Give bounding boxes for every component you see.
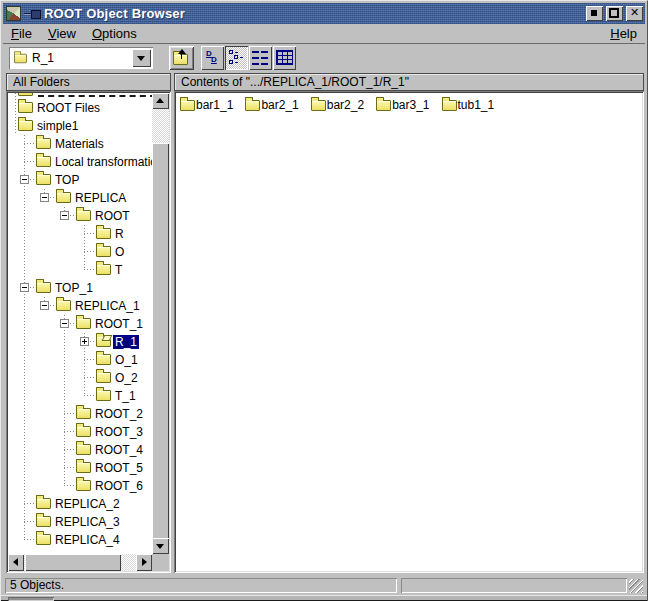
tree-item-root-6[interactable]: ROOT_6 <box>93 479 145 493</box>
tree-row[interactable]: REPLICA_1 <box>8 297 152 315</box>
tree-item-root-5[interactable]: ROOT_5 <box>93 461 145 475</box>
tree-item-local-transformations[interactable]: Local transformations <box>53 155 152 169</box>
tree-guide-line <box>24 153 25 171</box>
tree-expand-plus-icon[interactable] <box>80 337 89 346</box>
tree-row[interactable]: ROOT_6 <box>8 477 152 495</box>
tree-item-r-1[interactable]: R_1 <box>113 335 139 349</box>
tree-row[interactable]: TOP_1 <box>8 279 152 297</box>
tree-item-root-1[interactable]: ROOT_1 <box>93 317 145 331</box>
content-item-bar3_1[interactable]: bar3_1 <box>376 98 429 112</box>
menu-options[interactable]: Options <box>84 24 145 43</box>
details-button[interactable] <box>273 46 296 70</box>
tree-item-top-1[interactable]: TOP_1 <box>53 281 95 295</box>
tree-row[interactable]: T_1 <box>8 387 152 405</box>
tree-expand-minus-icon[interactable] <box>60 319 69 328</box>
content-item-tub1_1[interactable]: tub1_1 <box>442 98 495 112</box>
content-item-bar1_1[interactable]: bar1_1 <box>180 98 233 112</box>
tree-row[interactable]: REPLICA_2 <box>8 495 152 513</box>
tree-item-root-4[interactable]: ROOT_4 <box>93 443 145 457</box>
tree-item-replica[interactable]: REPLICA <box>73 191 128 205</box>
tree-item-root-files[interactable]: ROOT Files <box>35 101 102 115</box>
tree-row[interactable]: REPLICA_3 <box>8 513 152 531</box>
tree-row[interactable]: R <box>8 225 152 243</box>
tree-item-o-1[interactable]: O_1 <box>113 353 140 367</box>
tree-row[interactable]: TOP <box>8 171 152 189</box>
tree-expand-minus-icon[interactable] <box>40 193 49 202</box>
horizontal-scroll-thumb[interactable] <box>25 554 121 571</box>
content-item-bar2_2[interactable]: bar2_2 <box>311 98 364 112</box>
tree-item-replica-2[interactable]: REPLICA_2 <box>53 497 122 511</box>
tree-row[interactable]: ROOT Files <box>8 99 152 117</box>
folder-tree: ROOT Filessimple1MaterialsLocal transfor… <box>8 93 152 554</box>
scroll-left-button[interactable] <box>8 554 24 571</box>
tree-guide-line <box>64 423 65 441</box>
tree-guide-line <box>84 369 85 387</box>
list-button[interactable] <box>249 46 272 70</box>
pin-icon[interactable] <box>24 9 40 18</box>
tree-item-t[interactable]: T <box>113 263 124 277</box>
resize-grip-icon[interactable] <box>629 579 643 593</box>
menu-file[interactable]: File <box>3 24 40 43</box>
close-button[interactable]: ✕ <box>626 6 643 21</box>
tree-row[interactable]: O <box>8 243 152 261</box>
folder-icon <box>36 138 51 149</box>
tree-row[interactable]: Local transformations <box>8 153 152 171</box>
tree-item-o-2[interactable]: O_2 <box>113 371 140 385</box>
tree-row[interactable]: ROOT_4 <box>8 441 152 459</box>
maximize-button[interactable] <box>606 6 623 21</box>
vertical-scrollbar[interactable] <box>152 93 169 554</box>
menu-view[interactable]: View <box>40 24 84 43</box>
up-one-level-button[interactable] <box>169 46 194 70</box>
horizontal-scrollbar[interactable] <box>8 554 152 571</box>
tree-row[interactable]: simple1 <box>8 117 152 135</box>
tree-item-root-2[interactable]: ROOT_2 <box>93 407 145 421</box>
combobox-dropdown-button[interactable] <box>132 49 151 67</box>
tree-expand-minus-icon[interactable] <box>60 211 69 220</box>
tree-row[interactable]: ROOT_5 <box>8 459 152 477</box>
scroll-down-button[interactable] <box>152 538 169 554</box>
scroll-right-button[interactable] <box>136 554 152 571</box>
tree-guide-line <box>84 243 85 261</box>
tree-item-replica-1[interactable]: REPLICA_1 <box>73 299 142 313</box>
tree-expand-minus-icon[interactable] <box>40 301 49 310</box>
tree-item-replica-3[interactable]: REPLICA_3 <box>53 515 122 529</box>
tree-row[interactable]: T <box>8 261 152 279</box>
clipped-tree-row <box>8 93 152 98</box>
minimize-button[interactable] <box>586 6 603 21</box>
tree-row[interactable]: Materials <box>8 135 152 153</box>
tree-expand-minus-icon[interactable] <box>20 175 29 184</box>
menu-help[interactable]: Help <box>602 24 645 43</box>
folder-icon <box>76 444 91 455</box>
tree-row[interactable]: ROOT <box>8 207 152 225</box>
folder-icon <box>96 354 111 365</box>
tree-row[interactable]: ROOT_1 <box>8 315 152 333</box>
tree-connector-line <box>64 431 76 432</box>
folder-icon <box>96 372 111 383</box>
tree-item-simple1[interactable]: simple1 <box>35 119 80 133</box>
bottom-border-nub <box>8 597 54 601</box>
tree-item-r[interactable]: R <box>113 227 126 241</box>
path-combobox[interactable]: R_1 <box>9 47 153 69</box>
scroll-up-button[interactable] <box>152 93 169 109</box>
content-item-label: bar1_1 <box>196 98 233 112</box>
tree-row[interactable]: R_1 <box>8 333 152 351</box>
tree-item-top[interactable]: TOP <box>53 173 81 187</box>
tree-item-materials[interactable]: Materials <box>53 137 106 151</box>
tree-row[interactable]: REPLICA <box>8 189 152 207</box>
small-icons-button[interactable] <box>225 46 248 70</box>
large-icons-button[interactable]: DD <box>201 46 224 70</box>
tree-item-root-3[interactable]: ROOT_3 <box>93 425 145 439</box>
tree-row[interactable]: O_2 <box>8 369 152 387</box>
tree-item-root[interactable]: ROOT <box>93 209 132 223</box>
content-item-bar2_1[interactable]: bar2_1 <box>245 98 298 112</box>
tree-row[interactable]: O_1 <box>8 351 152 369</box>
tree-item-o[interactable]: O <box>113 245 126 259</box>
vertical-scroll-thumb[interactable] <box>152 143 169 540</box>
tree-row[interactable]: ROOT_3 <box>8 423 152 441</box>
tree-row[interactable]: ROOT_2 <box>8 405 152 423</box>
tree-guide-line <box>84 351 85 369</box>
tree-row[interactable]: REPLICA_4 <box>8 531 152 549</box>
tree-item-t-1[interactable]: T_1 <box>113 389 138 403</box>
tree-expand-minus-icon[interactable] <box>20 283 29 292</box>
tree-item-replica-4[interactable]: REPLICA_4 <box>53 533 122 547</box>
